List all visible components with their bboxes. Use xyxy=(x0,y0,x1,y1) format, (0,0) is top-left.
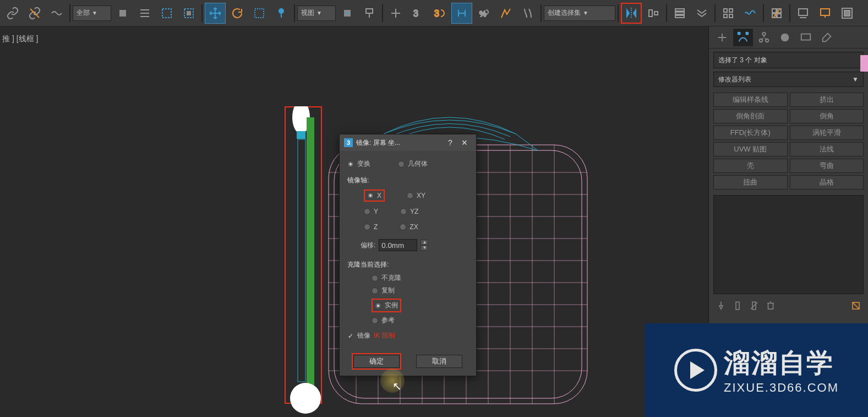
curve-editor-icon[interactable] xyxy=(718,3,739,24)
radio-geometry[interactable]: 几何体 xyxy=(398,158,428,170)
dialog-titlebar[interactable]: 3 镜像: 屏幕 坐... ? ✕ xyxy=(340,134,476,151)
offset-input[interactable] xyxy=(379,239,417,251)
named-selection-icon[interactable] xyxy=(517,3,538,24)
tab-utilities[interactable] xyxy=(817,29,837,46)
selection-filter-dropdown[interactable]: 全部▼ xyxy=(73,6,111,21)
radio-transform[interactable]: 变换 xyxy=(347,158,370,170)
svg-point-9 xyxy=(279,9,283,13)
select-and-manipulate-icon[interactable] xyxy=(359,3,380,24)
radio-icon xyxy=(372,275,378,281)
radio-axis-xy[interactable]: XY xyxy=(407,189,425,202)
color-swatch[interactable] xyxy=(860,55,868,72)
radio-icon xyxy=(375,302,381,309)
select-and-move-icon[interactable] xyxy=(205,3,226,24)
mod-bevel[interactable]: 倒角 xyxy=(790,109,864,123)
svg-rect-58 xyxy=(307,117,314,393)
make-unique-icon[interactable] xyxy=(746,299,762,313)
layer-manager-icon[interactable] xyxy=(669,3,690,24)
svg-point-65 xyxy=(781,33,789,41)
mod-normal[interactable]: 法线 xyxy=(790,142,864,156)
select-by-name-icon[interactable] xyxy=(134,3,155,24)
align-icon[interactable] xyxy=(643,3,664,24)
mod-uvw-map[interactable]: UVW 贴图 xyxy=(713,142,788,156)
percent-snap-icon[interactable] xyxy=(451,3,472,24)
spinner-snap-icon[interactable]: % xyxy=(473,3,494,24)
select-and-rotate-icon[interactable] xyxy=(227,3,248,24)
ribbon-toggle-icon[interactable] xyxy=(691,3,712,24)
radio-icon xyxy=(367,192,374,199)
tab-motion[interactable] xyxy=(775,29,795,46)
close-icon[interactable]: ✕ xyxy=(457,138,472,147)
render-icon[interactable] xyxy=(837,3,858,24)
viewport[interactable]: 推 ] [线框 ] xyxy=(0,26,708,417)
show-end-result-icon[interactable] xyxy=(730,299,745,313)
configure-modifier-sets-icon[interactable] xyxy=(848,299,864,313)
modifier-stack[interactable] xyxy=(713,195,864,294)
mod-shell[interactable]: 壳 xyxy=(713,159,788,173)
svg-rect-30 xyxy=(821,9,829,15)
tab-hierarchy[interactable] xyxy=(754,29,774,46)
mod-twist[interactable]: 扭曲 xyxy=(713,175,788,189)
help-icon[interactable]: ? xyxy=(443,138,457,147)
selection-region-icon[interactable] xyxy=(156,3,177,24)
angle-snap-icon[interactable]: 3 xyxy=(429,3,450,24)
svg-rect-60 xyxy=(738,32,740,34)
radio-reference[interactable]: 参考 xyxy=(372,314,468,327)
mod-extrude[interactable]: 挤出 xyxy=(790,93,864,107)
tab-display[interactable] xyxy=(796,29,816,46)
radio-axis-z[interactable]: Z xyxy=(364,221,378,232)
mirror-icon[interactable] xyxy=(621,3,642,24)
render-setup-icon[interactable] xyxy=(793,3,814,24)
material-editor-icon[interactable] xyxy=(766,3,787,24)
ok-button[interactable]: 确定 xyxy=(353,355,400,368)
svg-rect-25 xyxy=(772,9,776,13)
select-and-place-icon[interactable] xyxy=(271,3,292,24)
modifier-list-dropdown[interactable]: 修改器列表▼ xyxy=(713,72,864,87)
tab-create[interactable] xyxy=(712,29,732,46)
spinner-buttons[interactable]: ▲▼ xyxy=(421,240,428,251)
radio-copy[interactable]: 复制 xyxy=(372,284,468,297)
tab-modify[interactable] xyxy=(733,29,753,46)
separator xyxy=(714,4,716,22)
schematic-view-icon[interactable] xyxy=(740,3,761,24)
select-and-scale-icon[interactable] xyxy=(249,3,270,24)
radio-axis-x[interactable]: X xyxy=(364,189,385,202)
use-pivot-center-icon[interactable] xyxy=(337,3,358,24)
separator xyxy=(666,4,667,22)
keyboard-shortcut-icon[interactable] xyxy=(385,3,406,24)
radio-instance[interactable]: 实例 xyxy=(372,299,401,312)
spinner-up-icon[interactable]: ▲ xyxy=(421,240,428,245)
separator xyxy=(382,4,383,22)
snaps-toggle-icon[interactable]: 3 xyxy=(407,3,428,24)
separator xyxy=(541,4,542,22)
radio-axis-y[interactable]: Y xyxy=(364,206,378,217)
mod-bevel-profile[interactable]: 倒角剖面 xyxy=(713,109,788,123)
radio-icon xyxy=(364,224,370,230)
reference-coordinate-dropdown[interactable]: 视图▼ xyxy=(297,6,336,21)
remove-modifier-icon[interactable] xyxy=(763,299,778,313)
cancel-button[interactable]: 取消 xyxy=(416,355,462,368)
window-crossing-icon[interactable] xyxy=(178,3,199,24)
edit-named-selection-icon[interactable] xyxy=(495,3,516,24)
mod-edit-spline[interactable]: 编辑样条线 xyxy=(713,93,788,107)
mod-bend[interactable]: 弯曲 xyxy=(790,159,864,173)
mod-ffd-box[interactable]: FFD(长方体) xyxy=(713,126,788,140)
named-selection-sets-dropdown[interactable]: 创建选择集▼ xyxy=(544,6,615,21)
spinner-down-icon[interactable]: ▼ xyxy=(421,245,428,251)
separator xyxy=(201,4,203,22)
select-object-icon[interactable] xyxy=(112,3,133,24)
svg-rect-32 xyxy=(844,10,850,16)
radio-axis-zx[interactable]: ZX xyxy=(400,221,418,232)
pin-stack-icon[interactable] xyxy=(713,299,729,313)
separator xyxy=(294,4,295,22)
radio-axis-yz[interactable]: YZ xyxy=(400,206,418,217)
bind-icon[interactable] xyxy=(46,3,67,24)
mirror-dialog: 3 镜像: 屏幕 坐... ? ✕ 变换 几何体 镜像轴: X XY Y YZ … xyxy=(339,134,477,376)
mirror-ik-checkbox[interactable]: ✓ 镜像 IK 限制 xyxy=(347,331,468,340)
radio-no-clone[interactable]: 不克隆 xyxy=(372,272,468,284)
render-frame-icon[interactable] xyxy=(815,3,836,24)
mod-turbosmooth[interactable]: 涡轮平滑 xyxy=(790,126,864,140)
unlink-icon[interactable] xyxy=(24,3,45,24)
link-icon[interactable] xyxy=(2,3,23,24)
mod-lattice[interactable]: 晶格 xyxy=(790,175,864,189)
